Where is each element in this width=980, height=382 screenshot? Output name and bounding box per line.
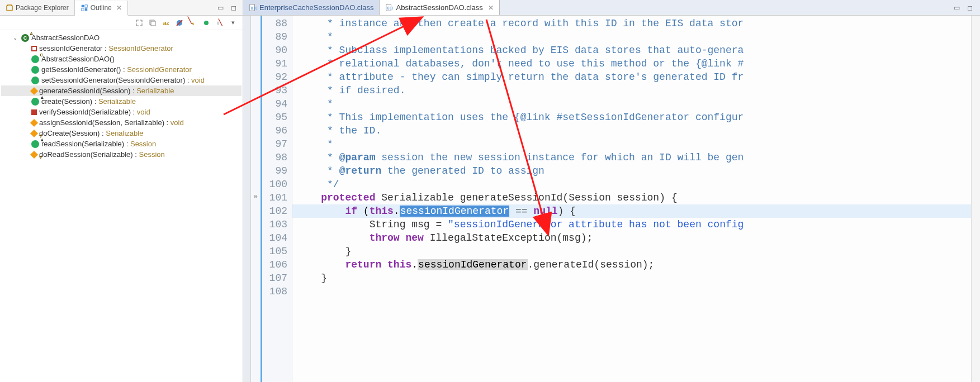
member-label: getSessionIdGenerator() : SessionIdGener… [41,65,192,74]
hide-static-icon[interactable]: ₛ╲ [188,18,198,28]
outline-member[interactable]: create(Session) : Serializable [1,96,242,107]
focus-icon[interactable] [134,18,144,28]
editor-body[interactable]: ⊖ 88899091929394959697989910010110210310… [243,16,980,382]
line-number: 102 [262,204,292,218]
line-number: 100 [262,178,292,191]
line-number-gutter: 8889909192939495969798991001011021031041… [262,16,292,382]
tab-label: EnterpriseCacheSessionDAO.class [259,3,373,12]
code-line[interactable]: */ [292,178,971,191]
line-number: 108 [262,285,292,298]
code-line[interactable]: * if desired. [292,84,971,97]
line-number: 91 [262,57,292,70]
code-line[interactable]: throw new IllegalStateException(msg); [292,231,971,245]
line-number: 98 [262,151,292,164]
minimize-icon[interactable]: ▭ [216,3,225,12]
member-label: create(Session) : Serializable [41,97,136,106]
tab-label: AbstractSessionDAO.class [396,3,482,12]
public-method-icon [31,77,39,84]
protected-method-icon [30,118,38,126]
tab-label: Outline [91,4,112,12]
outline-member[interactable]: getSessionIdGenerator() : SessionIdGener… [1,64,242,75]
outline-tree[interactable]: ⌄ C AbstractSessionDAO sessionIdGenerato… [0,30,243,382]
maximize-icon[interactable]: ◻ [965,3,974,12]
code-line[interactable]: * This implementation uses the {@link #s… [292,111,971,124]
code-line[interactable]: } [292,271,971,285]
hide-local-icon[interactable]: ₗ╲ [215,18,225,28]
tab-package-explorer[interactable]: Package Explorer [0,0,75,15]
line-number: 97 [262,137,292,151]
tree-class-node[interactable]: ⌄ C AbstractSessionDAO [1,32,242,43]
tab-outline[interactable]: Outline ✕ [75,1,128,16]
line-number: 92 [262,70,292,84]
outline-member[interactable]: assignSessionId(Session, Serializable) :… [1,117,242,128]
outline-member[interactable]: doReadSession(Serializable) : Session [1,149,242,160]
close-icon[interactable]: ✕ [116,4,122,12]
code-line[interactable]: * @param session the new session instanc… [292,151,971,164]
override-method-icon [31,140,39,148]
svg-rect-0 [7,6,13,10]
collapse-all-icon[interactable] [148,18,158,28]
svg-rect-6 [151,21,155,26]
code-line[interactable]: String msg = "sessionIdGenerator attribu… [292,218,971,231]
code-line[interactable]: * attribute - they can simply return the… [292,70,971,84]
overview-ruler[interactable] [971,16,980,382]
member-label: sessionIdGenerator : SessionIdGenerator [39,44,173,52]
code-line[interactable]: * [292,137,971,151]
private-method-icon [31,109,37,115]
code-line[interactable]: protected Serializable generateSessionId… [292,191,971,204]
hide-nonpublic-icon[interactable] [201,18,211,28]
close-icon[interactable]: ✕ [488,4,494,12]
editor-tab-1[interactable]: 010 EnterpriseCacheSessionDAO.class [243,0,380,15]
minimize-icon[interactable]: ▭ [952,3,961,12]
abstract-method-icon [30,150,38,158]
line-number: 93 [262,84,292,97]
outline-panel: Package Explorer Outline ✕ ▭ ◻ az ₛ╲ ₗ╲ … [0,0,243,382]
field-icon [31,46,37,51]
outline-member[interactable]: setSessionIdGenerator(SessionIdGenerator… [1,75,242,85]
code-line[interactable] [292,285,971,298]
svg-rect-1 [81,4,83,7]
tab-label: Package Explorer [16,4,69,12]
sort-icon[interactable]: az [161,18,171,28]
outline-member[interactable]: sessionIdGenerator : SessionIdGenerator [1,43,242,54]
member-label: doReadSession(Serializable) : Session [39,150,165,159]
line-number: 88 [262,17,292,30]
code-area[interactable]: * instance and then create a record with… [292,16,971,382]
member-label: readSession(Serializable) : Session [41,140,156,148]
outline-member[interactable]: AbstractSessionDAO() [1,54,242,64]
editor-tab-2[interactable]: 010 AbstractSessionDAO.class ✕ [380,0,499,15]
twisty-icon[interactable]: ⌄ [11,35,19,41]
editor-tab-bar: 010 EnterpriseCacheSessionDAO.class 010 … [243,0,980,16]
editor-panel: 010 EnterpriseCacheSessionDAO.class 010 … [243,0,980,382]
view-menu-icon[interactable]: ▾ [228,18,238,28]
line-number: 89 [262,30,292,44]
line-number: 104 [262,231,292,245]
code-line[interactable]: return this.sessionIdGenerator.generateI… [292,258,971,271]
code-line[interactable]: } [292,245,971,258]
member-label: verifySessionId(Serializable) : void [39,108,150,116]
code-line[interactable]: * [292,97,971,111]
member-label: assignSessionId(Session, Serializable) :… [39,118,184,127]
code-line[interactable]: * Subclass implementations backed by EIS… [292,44,971,57]
line-number: 96 [262,124,292,137]
left-tab-bar: Package Explorer Outline ✕ ▭ ◻ [0,0,243,16]
code-line[interactable]: * the ID. [292,124,971,137]
code-line[interactable]: * instance and then create a record with… [292,17,971,30]
outline-member[interactable]: doCreate(Session) : Serializable [1,128,242,139]
package-explorer-icon [6,4,13,12]
hide-fields-icon[interactable] [174,18,184,28]
outline-icon [81,4,88,12]
member-label: setSessionIdGenerator(SessionIdGenerator… [41,76,205,84]
code-line[interactable]: * relational databases, don't need to us… [292,57,971,70]
outline-member[interactable]: generateSessionId(Session) : Serializabl… [1,85,242,96]
member-label: doCreate(Session) : Serializable [39,129,143,137]
outline-member[interactable]: readSession(Serializable) : Session [1,139,242,149]
code-line[interactable]: * @return the generated ID to assign [292,164,971,178]
outline-member[interactable]: verifySessionId(Serializable) : void [1,107,242,117]
line-number: 99 [262,164,292,178]
code-line[interactable]: * [292,30,971,44]
maximize-icon[interactable]: ◻ [229,3,238,12]
svg-text:010: 010 [251,6,257,10]
line-number: 107 [262,271,292,285]
code-line[interactable]: if (this.sessionIdGenerator == null) { [292,204,971,218]
